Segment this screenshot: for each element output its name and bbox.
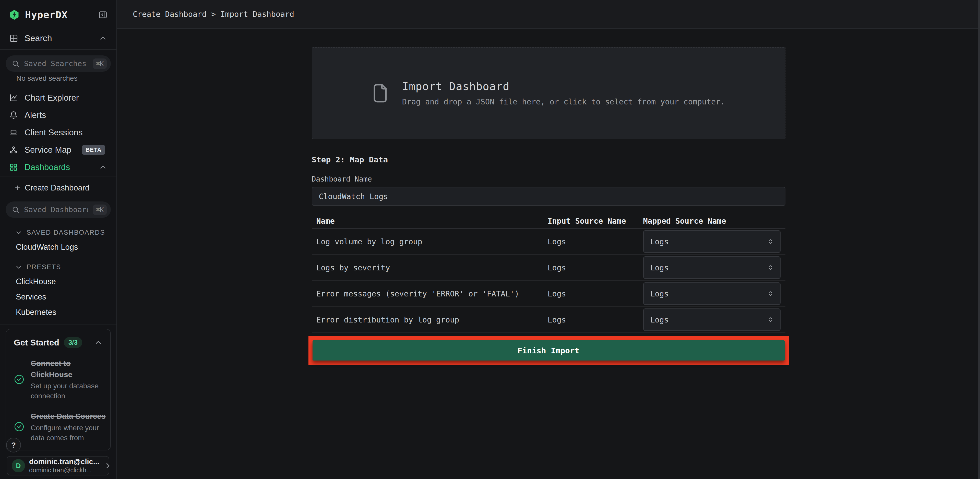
input-source-cell: Logs: [548, 289, 643, 298]
dashboard-name-label: Dashboard Name: [312, 175, 786, 183]
sidebar-item-label: Alerts: [24, 110, 46, 120]
divider: [0, 49, 116, 50]
create-dashboard-button[interactable]: + Create Dashboard: [0, 180, 116, 196]
table-row: Logs by severity Logs Logs: [312, 255, 786, 281]
hyperdx-logo-icon: [9, 9, 20, 21]
shortcut-badge: ⌘K: [93, 205, 107, 215]
shortcut-badge: ⌘K: [93, 59, 107, 69]
dashboards-icon: [9, 163, 18, 172]
beta-badge: BETA: [82, 145, 105, 155]
create-dashboard-label: Create Dashboard: [25, 183, 89, 193]
step-title: Create Data Sources: [31, 411, 107, 422]
sidebar-item-label: Dashboards: [24, 162, 70, 172]
sidebar-item-label: Service Map: [24, 145, 71, 155]
file-icon: [372, 83, 388, 104]
saved-searches-field[interactable]: [24, 59, 88, 68]
step-title: Connect to ClickHouse: [31, 358, 94, 380]
finish-import-button[interactable]: Finish Import: [313, 341, 785, 361]
annotation-highlight: Finish Import: [309, 336, 789, 365]
help-button[interactable]: ?: [6, 438, 21, 452]
table-row: Log volume by log group Logs Logs: [312, 229, 786, 255]
up-down-chevrons-icon: [767, 264, 775, 271]
selected-value: Logs: [651, 315, 669, 324]
user-menu[interactable]: D dominic.tran@clic... dominic.tran@clic…: [6, 456, 109, 476]
mapped-source-select[interactable]: Logs: [643, 282, 781, 305]
selected-value: Logs: [651, 237, 669, 246]
input-source-cell: Logs: [548, 237, 643, 246]
mapped-source-select[interactable]: Logs: [643, 309, 781, 331]
sidebar-item-label: Client Sessions: [24, 128, 83, 137]
chevron-up-icon: [99, 34, 107, 43]
sidebar-item-label: Chart Explorer: [24, 93, 79, 103]
breadcrumb: Create Dashboard > Import Dashboard: [133, 10, 294, 19]
chart-name-cell: Error messages (severity 'ERROR' or 'FAT…: [312, 289, 548, 298]
sidebar-preset-services[interactable]: Services: [0, 289, 116, 305]
step-desc: Configure where your data comes from: [31, 423, 105, 443]
group-saved-dashboards[interactable]: SAVED DASHBOARDS: [0, 220, 116, 240]
column-header-mapped-source: Mapped Source Name: [643, 216, 786, 226]
laptop-icon: [9, 128, 18, 137]
sidebar-item-service-map[interactable]: Service Map BETA: [0, 141, 116, 159]
get-started-title: Get Started: [14, 338, 59, 347]
sidebar-preset-kubernetes[interactable]: Kubernetes: [0, 305, 116, 320]
sidebar-section-search[interactable]: Search: [0, 27, 116, 49]
search-section-icon: [9, 34, 18, 43]
chevron-up-icon: [94, 338, 103, 347]
group-label: PRESETS: [27, 263, 61, 271]
table-row: Error messages (severity 'ERROR' or 'FAT…: [312, 281, 786, 307]
chevron-down-icon: [15, 229, 22, 236]
table-header-row: Name Input Source Name Mapped Source Nam…: [312, 213, 786, 229]
app-title: HyperDX: [25, 9, 68, 21]
mapped-source-select[interactable]: Logs: [643, 230, 781, 253]
bell-icon: [9, 111, 18, 119]
sidebar: HyperDX Search ⌘K No saved searches: [0, 0, 117, 479]
saved-searches-input[interactable]: ⌘K: [6, 56, 111, 72]
sidebar-dashboard-cloudwatch-logs[interactable]: CloudWatch Logs: [0, 240, 116, 255]
check-circle-icon: [14, 374, 24, 385]
mapped-source-select[interactable]: Logs: [643, 256, 781, 279]
dropzone-title: Import Dashboard: [402, 80, 725, 93]
sidebar-item-client-sessions[interactable]: Client Sessions: [0, 124, 116, 141]
column-header-input-source: Input Source Name: [548, 216, 643, 226]
search-icon: [12, 206, 19, 213]
saved-dashboards-field[interactable]: [24, 205, 88, 214]
get-started-card: Get Started 3/3 Connect to ClickHouse Se…: [6, 329, 111, 450]
sidebar-item-alerts[interactable]: Alerts: [0, 107, 116, 124]
chevron-down-icon: [15, 263, 22, 271]
dropzone-caption: Drag and drop a JSON file here, or click…: [402, 97, 725, 106]
import-dropzone[interactable]: Import Dashboard Drag and drop a JSON fi…: [312, 47, 786, 139]
sidebar-preset-clickhouse[interactable]: ClickHouse: [0, 274, 116, 289]
selected-value: Logs: [651, 289, 669, 298]
sidebar-item-dashboards[interactable]: Dashboards: [0, 159, 116, 176]
logo-row: HyperDX: [0, 0, 116, 27]
user-email: dominic.tran@clickh...: [29, 466, 99, 474]
get-started-item-sources[interactable]: Create Data Sources Configure where your…: [14, 411, 103, 443]
avatar: D: [12, 459, 25, 473]
main-content: Import Dashboard Drag and drop a JSON fi…: [117, 29, 980, 479]
get-started-item-connect[interactable]: Connect to ClickHouse Set up your databa…: [14, 358, 103, 401]
saved-dashboards-input[interactable]: ⌘K: [6, 202, 111, 218]
search-section-label: Search: [24, 33, 52, 43]
chart-explorer-icon: [9, 94, 18, 102]
selected-value: Logs: [651, 263, 669, 272]
sidebar-collapse-icon[interactable]: [98, 10, 108, 20]
column-header-name: Name: [312, 216, 548, 226]
dashboard-name-input[interactable]: [312, 187, 786, 206]
service-map-icon: [9, 146, 18, 154]
get-started-header[interactable]: Get Started 3/3: [14, 337, 103, 348]
chart-name-cell: Log volume by log group: [312, 237, 548, 246]
plus-icon: +: [15, 183, 20, 193]
step-2-heading: Step 2: Map Data: [312, 155, 786, 164]
group-presets[interactable]: PRESETS: [0, 255, 116, 274]
up-down-chevrons-icon: [767, 238, 775, 245]
divider: [0, 325, 116, 325]
input-source-cell: Logs: [548, 263, 643, 272]
search-icon: [12, 60, 19, 67]
table-row: Error distribution by log group Logs Log…: [312, 307, 786, 333]
user-name: dominic.tran@clic...: [29, 458, 99, 466]
up-down-chevrons-icon: [767, 290, 775, 298]
sidebar-item-chart-explorer[interactable]: Chart Explorer: [0, 89, 116, 107]
chevron-up-icon: [99, 163, 107, 172]
app-window: HyperDX Search ⌘K No saved searches: [0, 0, 980, 479]
page-scrollbar[interactable]: [978, 0, 980, 479]
